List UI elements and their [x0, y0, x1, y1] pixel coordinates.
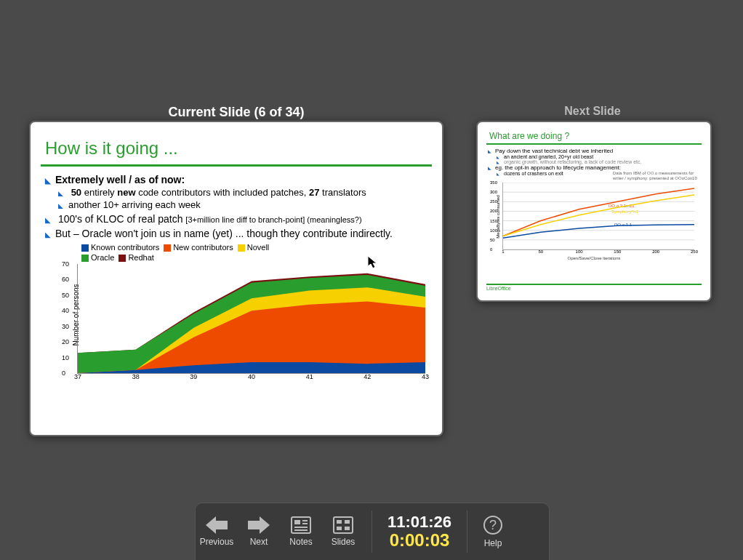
- slide-title-rule: [41, 164, 432, 167]
- next-slide-chart: OO.o 3.1m11Symphony*n1OO.o 1.1 050100150…: [502, 183, 694, 250]
- next-slide-title: What are we doing ?: [482, 127, 706, 143]
- bullet-4: But – Oracle won't join us in name (yet)…: [45, 228, 427, 239]
- bullet-1: Extremely well / as of now:: [45, 174, 427, 185]
- arrow-left-icon: [206, 516, 228, 534]
- svg-text:Symphony*n1: Symphony*n1: [611, 209, 639, 214]
- next-slide-body: Pay down the vast technical debt we inhe…: [482, 148, 706, 260]
- grid-icon: [333, 516, 353, 534]
- chart-plot-area: 01020304050607037383940414243: [77, 264, 425, 374]
- next-slide[interactable]: What are we doing ? Pay down the vast te…: [476, 121, 712, 302]
- svg-rect-24: [345, 527, 350, 530]
- next-button[interactable]: Next: [238, 506, 280, 557]
- chart-legend: Known contributorsNew contributorsNovell…: [77, 242, 417, 263]
- svg-rect-20: [334, 517, 353, 533]
- elapsed-time: 0:00:03: [372, 531, 467, 550]
- current-slide-label: Current Slide (6 of 34): [29, 105, 443, 120]
- svg-rect-22: [345, 520, 350, 524]
- arrow-right-icon: [248, 516, 270, 534]
- slide-title: How is it going ...: [35, 127, 438, 164]
- next-slide-rule: [486, 143, 702, 145]
- previous-button[interactable]: Previous: [196, 506, 238, 557]
- bullet-2a: 50 entirely new code contributors with i…: [58, 187, 427, 198]
- presenter-toolbar: Previous Next Notes Slides 11:01:26 0:00…: [195, 503, 550, 560]
- slides-button[interactable]: Slides: [322, 506, 364, 557]
- bullet-3: 100's of KLOC of real patch [3+million l…: [45, 213, 427, 225]
- stacked-area-chart: Number of persons Known contributorsNew …: [77, 242, 417, 388]
- svg-marker-13: [248, 516, 270, 534]
- svg-rect-23: [337, 527, 342, 530]
- svg-text:OO.o 1.1: OO.o 1.1: [614, 223, 632, 227]
- slide-body: Extremely well / as of now: 50 entirely …: [35, 174, 438, 388]
- svg-rect-15: [294, 520, 300, 524]
- time-panel: 11:01:26 0:00:03: [372, 511, 467, 553]
- next-slide-label: Next Slide: [476, 105, 709, 118]
- svg-marker-12: [206, 516, 228, 534]
- current-slide[interactable]: How is it going ... Extremely well / as …: [29, 121, 443, 436]
- next-slide-footer: LibreOffice: [486, 284, 702, 293]
- notes-button[interactable]: Notes: [280, 506, 322, 557]
- bullet-2b: another 10+ arriving each week: [58, 199, 427, 210]
- svg-rect-21: [337, 520, 342, 524]
- help-button[interactable]: ? Help: [472, 506, 514, 557]
- help-icon: ?: [483, 515, 503, 535]
- svg-text:?: ?: [489, 518, 497, 532]
- clock-time: 11:01:26: [372, 513, 467, 531]
- notes-icon: [291, 516, 311, 534]
